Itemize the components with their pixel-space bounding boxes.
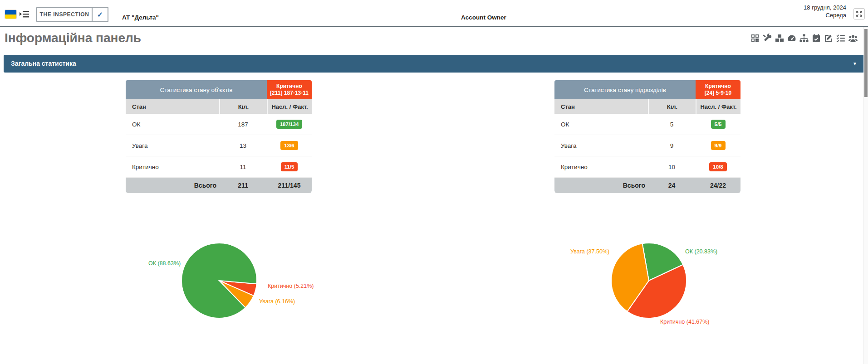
app-logo[interactable]: THE INSPECTION ✓ [36,7,108,22]
app-logo-text: THE INSPECTION [37,8,92,21]
table-header: Статистика стану підрозділів Критично [2… [554,80,740,99]
panel-title: Загальна статистика [11,55,76,73]
ukraine-flag-icon[interactable] [5,10,16,19]
cubes-icon[interactable] [775,34,784,43]
status-badge: 10/8 [709,162,726,171]
pie-label-ok: ОК (88.63%) [148,260,181,267]
edit-icon[interactable] [824,34,833,43]
qrcode-icon[interactable] [750,34,760,43]
fullscreen-button[interactable] [853,8,865,19]
table-title: Статистика стану об'єктів [126,80,267,99]
units-pie-chart [603,235,694,326]
pie-label-warning: Увага (6.16%) [259,298,295,305]
table-footer: Всього 211 211/145 [126,178,312,193]
status-badge: 11/5 [281,162,298,171]
table-row: ОК 187 187/134 [126,114,312,135]
expand-arrows-icon [856,11,862,17]
tools-icon[interactable] [763,34,772,43]
top-bar: THE INSPECTION ✓ АТ "Дельта" Account Own… [0,0,868,27]
pie-label-critical: Критично (5.21%) [268,283,314,289]
weekday-text: Середа [804,11,846,19]
critical-summary-badge: Критично [211] 187-13-11 [267,80,312,99]
pie-label-warning: Увага (37.50%) [570,248,609,255]
panel-general-statistics[interactable]: Загальна статистика ▼ [4,55,864,73]
chevron-down-icon[interactable]: ▼ [853,55,857,73]
table-header: Статистика стану об'єктів Критично [211]… [126,80,312,99]
column-header-row: Стан Кіл. Насл. / Факт. [126,99,312,114]
table-row: Увага 13 13/6 [126,135,312,156]
critical-summary-badge: Критично [24] 5-9-10 [696,80,740,99]
table-footer: Всього 24 24/22 [554,178,740,193]
table-row: Критично 11 11/5 [126,156,312,178]
page-title: Інформаційна панель [5,31,141,45]
dashboard-toolbar [750,34,858,43]
table-row: Увага 9 9/9 [554,135,740,156]
objects-pie-chart [174,235,265,326]
table-row: ОК 5 5/5 [554,114,740,135]
column-header-row: Стан Кіл. Насл. / Факт. [554,99,740,114]
account-owner-label: Account Owner [461,14,506,21]
scrollbar-thumb[interactable] [864,29,868,97]
status-badge: 9/9 [711,141,726,150]
pie-label-critical: Критично (41.67%) [660,319,709,325]
company-name: АТ "Дельта" [122,14,159,21]
status-badge: 5/5 [711,120,726,129]
scrollbar-track[interactable] [863,27,868,364]
date-block: 18 грудня, 2024 Середа [804,4,846,19]
tasks-icon[interactable] [836,34,845,43]
sidebar-toggle-icon[interactable] [19,9,29,19]
date-text: 18 грудня, 2024 [804,4,846,11]
table-title: Статистика стану підрозділів [554,80,696,99]
status-badge: 187/134 [276,120,303,129]
sitemap-icon[interactable] [799,34,809,43]
table-row: Критично 10 10/8 [554,156,740,178]
calendar-check-icon[interactable] [812,34,821,43]
objects-status-table: Статистика стану об'єктів Критично [211]… [126,80,312,193]
units-status-table: Статистика стану підрозділів Критично [2… [554,80,740,193]
users-icon[interactable] [848,34,858,43]
pie-label-ok: ОК (20.83%) [685,248,717,255]
logo-check-icon: ✓ [92,8,108,21]
status-badge: 13/6 [280,141,298,150]
tachometer-icon[interactable] [787,34,796,43]
